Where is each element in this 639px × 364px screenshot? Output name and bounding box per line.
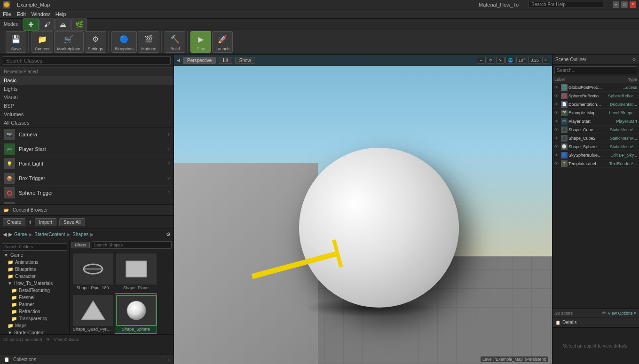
path-starter-content[interactable]: StarterContent: [34, 232, 65, 237]
path-shapes[interactable]: Shapes: [72, 232, 88, 237]
actor-box-trigger[interactable]: 📦 Box Trigger ?: [0, 171, 174, 186]
cb-nav-back[interactable]: ◀: [3, 231, 7, 237]
toolbar-content-btn[interactable]: 📁 Content: [32, 31, 53, 53]
actor-point-light[interactable]: 💡 Point Light ?: [0, 157, 174, 171]
close-btn[interactable]: ✕: [630, 1, 636, 8]
so-item-shape-cube[interactable]: 👁 ⬛ Shape_Cube StaticMeshA...: [552, 126, 639, 134]
place-mode-btn[interactable]: ✚: [24, 18, 39, 31]
gizmo-camera[interactable]: 4: [542, 57, 549, 63]
so-search-input[interactable]: [554, 66, 637, 74]
perspective-btn[interactable]: Perspective: [183, 57, 216, 64]
actor-capsule-trigger[interactable]: 💊 Capsule Trigger ?: [0, 200, 174, 204]
asset-shape-plane[interactable]: Shape_Plane: [115, 252, 157, 293]
so-item-template-label[interactable]: 👁 T TemplateLabel TextRenderA...: [552, 159, 639, 168]
build-icon: 🔨: [168, 32, 181, 46]
so-view-options[interactable]: View Options ▾: [608, 311, 636, 316]
create-btn[interactable]: Create: [3, 218, 25, 226]
asset-shape-sphere[interactable]: Shape_Sphere: [115, 293, 157, 334]
path-game[interactable]: Game: [14, 232, 27, 237]
category-bsp[interactable]: BSP: [0, 102, 174, 110]
import-btn[interactable]: Import: [35, 218, 56, 226]
lit-btn[interactable]: Lit: [219, 57, 232, 64]
asset-shape-pipe[interactable]: Shape_Pipe_180: [71, 252, 114, 293]
so-item-global-post[interactable]: 👁 🌐 GlobalPostProcessV... ...ocess: [552, 83, 639, 92]
category-visual[interactable]: Visual: [0, 93, 174, 102]
folder-starter-content[interactable]: ▼ StarterContent: [0, 329, 69, 334]
menu-window[interactable]: Window: [32, 11, 50, 17]
toolbar-marketplace-btn[interactable]: 🛒 Marketplace: [54, 31, 84, 53]
folder-game[interactable]: ▼ Game: [0, 252, 69, 259]
so-settings-icon[interactable]: ⚙: [632, 57, 636, 62]
menu-help[interactable]: Help: [55, 11, 66, 17]
folder-how-to[interactable]: ▼ How_To_Materials: [0, 280, 69, 287]
folder-maps-icon: 📁: [8, 323, 13, 328]
asset-shape-pyramid[interactable]: Shape_Quad_Pyramid: [71, 293, 114, 334]
minimize-btn[interactable]: ─: [613, 1, 619, 8]
folder-fresnel[interactable]: 📁 Fresnel: [0, 294, 69, 301]
folder-animations[interactable]: 📁 Animations: [0, 259, 69, 266]
actor-camera[interactable]: 📷 Camera ?: [0, 127, 174, 142]
toolbar-blueprints-btn[interactable]: 🔵 Blueprints: [111, 31, 137, 53]
search-classes-input[interactable]: [3, 56, 171, 65]
so-item-skyblueprint[interactable]: 👁 🔵 SkySphereBlueprint Edit BP_Sky...: [552, 151, 639, 159]
toolbar-settings-btn[interactable]: ⚙ Settings: [85, 31, 107, 53]
gizmo-world[interactable]: 🌐: [505, 57, 515, 63]
so-item-shape-cube2[interactable]: 👁 ⬛ Shape_Cube2 StaticMeshA...: [552, 134, 639, 142]
search-folders-input[interactable]: [2, 243, 67, 251]
so-item-example-map[interactable]: 👁 🗺 Example_Map Level Bluepri...: [552, 109, 639, 117]
filters-btn[interactable]: Filters: [71, 242, 90, 248]
toolbar-build-btn[interactable]: 🔨 Build: [165, 31, 185, 53]
folder-maps[interactable]: 📁 Maps: [0, 322, 69, 329]
search-shapes-input[interactable]: [92, 241, 172, 249]
so-eye-tl: 👁: [554, 161, 560, 166]
folder-refraction[interactable]: 📁 Refraction: [0, 308, 69, 315]
scene-outliner: Scene Outliner ⚙ Label Type 👁 🌐 GlobalPo…: [552, 55, 639, 317]
folder-transparency-label: Transparency: [19, 316, 47, 321]
gizmo-scale[interactable]: ⤡: [496, 57, 505, 63]
folder-blueprints-1[interactable]: 📁 Blueprints: [0, 266, 69, 273]
menu-edit[interactable]: Edit: [17, 11, 26, 17]
category-all-classes[interactable]: All Classes: [0, 119, 174, 127]
toolbar-save-btn[interactable]: 💾 Save: [6, 31, 26, 53]
toolbar-play-btn[interactable]: ▶ Play: [190, 31, 211, 53]
cb-path-options[interactable]: ⚙: [166, 231, 171, 237]
folder-detail-texturing[interactable]: 📁 DetailTexturing: [0, 287, 69, 294]
play-label: Play: [197, 47, 205, 51]
cb-nav-forward[interactable]: ▶: [8, 231, 12, 237]
so-item-shape-sphere[interactable]: 👁 ⚪ Shape_Sphere StaticMeshA...: [552, 142, 639, 151]
so-type-cube2: StaticMeshA...: [604, 136, 637, 141]
foliage-mode-btn[interactable]: 🌿: [71, 18, 87, 31]
menu-file[interactable]: File: [3, 11, 11, 17]
gizmo-grid[interactable]: 0.25: [528, 57, 541, 63]
viewport[interactable]: ◀ Perspective Lit Show ↔ ↻ ⤡ 🌐 10° 0.25 …: [174, 55, 552, 364]
cb-view-options[interactable]: View Options: [54, 337, 79, 342]
folder-transparency[interactable]: 📁 Transparency: [0, 315, 69, 322]
actor-sphere-trigger[interactable]: ⭕ Sphere Trigger ?: [0, 186, 174, 200]
so-type-cube: StaticMeshA...: [604, 127, 637, 132]
paint-mode-btn[interactable]: 🖌: [39, 18, 55, 31]
folder-transparency-icon: 📁: [11, 316, 17, 321]
shape-pyramid-name: Shape_Quad_Pyramid: [73, 326, 112, 332]
actor-player-start[interactable]: 🎮 Player Start ?: [0, 142, 174, 157]
gizmo-translate[interactable]: ↔: [477, 57, 486, 63]
so-item-sphere-reflect[interactable]: 👁 ⭕ SphereReflectionCa... SphereReflec..…: [552, 92, 639, 100]
folder-character[interactable]: 📁 Character: [0, 273, 69, 280]
so-name-cube2: Shape_Cube2: [568, 136, 603, 141]
so-item-player-start[interactable]: 👁 🎮 Player Start PlayerStart: [552, 117, 639, 126]
gizmo-rotate[interactable]: ↻: [487, 57, 495, 63]
landscape-mode-btn[interactable]: ⛰: [55, 18, 71, 31]
category-basic[interactable]: Basic: [0, 76, 174, 85]
save-all-btn[interactable]: Save All: [59, 218, 85, 226]
settings-icon: ⚙: [89, 32, 102, 46]
folder-panner-icon: 📁: [11, 302, 17, 307]
show-btn[interactable]: Show: [235, 57, 255, 64]
collections-add-btn[interactable]: +: [167, 357, 170, 363]
category-volumes[interactable]: Volumes: [0, 110, 174, 119]
toolbar-launch-btn[interactable]: 🚀 Launch: [212, 31, 233, 53]
category-lights[interactable]: Lights: [0, 85, 174, 93]
toolbar-matinee-btn[interactable]: 🎬 Matinee: [138, 31, 159, 53]
folder-panner[interactable]: 📁 Panner: [0, 301, 69, 308]
gizmo-snap-rotate[interactable]: 10°: [516, 57, 528, 63]
maximize-btn[interactable]: □: [621, 1, 628, 8]
so-item-doc-actor[interactable]: 👁 📄 DocumentationActor... Documentati...: [552, 100, 639, 109]
